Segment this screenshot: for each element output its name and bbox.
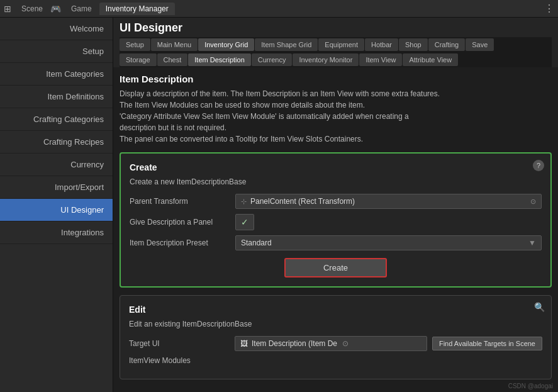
parent-transform-field[interactable]: ⊹ PanelContent (Rect Transform) ⊙ xyxy=(235,194,542,209)
sidebar: Welcome Setup Item Categories Item Defin… xyxy=(0,18,113,392)
search-icon[interactable]: 🔍 xyxy=(534,302,545,312)
content-area: UI Designer Setup Main Menu Inventory Gr… xyxy=(113,18,558,392)
main-layout: Welcome Setup Item Categories Item Defin… xyxy=(0,18,558,392)
sidebar-item-item-definitions[interactable]: Item Definitions xyxy=(0,86,113,108)
sidebar-item-crafting-recipes[interactable]: Crafting Recipes xyxy=(0,131,113,154)
tab-inventory-grid[interactable]: Inventory Grid xyxy=(198,38,254,51)
tab-main-menu[interactable]: Main Menu xyxy=(151,38,198,51)
panel-title-bar: UI Designer Setup Main Menu Inventory Gr… xyxy=(113,18,558,67)
field-arrow-icon[interactable]: ⊙ xyxy=(530,198,536,206)
tab-inventory-monitor[interactable]: Inventory Monitor xyxy=(293,53,359,66)
parent-transform-label: Parent Transform xyxy=(130,197,230,206)
edit-box: 🔍 Edit Edit an existing ItemDescriptionB… xyxy=(120,295,552,379)
game-icon: 🎮 xyxy=(50,4,61,14)
sidebar-item-setup[interactable]: Setup xyxy=(0,40,113,63)
create-box: ? Create Create a new ItemDescriptionBas… xyxy=(120,152,552,288)
create-button[interactable]: Create xyxy=(284,258,387,277)
sidebar-item-crafting-categories[interactable]: Crafting Categories xyxy=(0,108,113,131)
panel-title: UI Designer xyxy=(120,21,552,35)
tab-item-view[interactable]: Item View xyxy=(359,53,402,66)
target-ui-label: Target UI xyxy=(129,339,230,348)
tab-shop[interactable]: Shop xyxy=(399,38,428,51)
parent-transform-value: PanelContent (Rect Transform) xyxy=(250,197,355,206)
section-heading: Item Description xyxy=(120,74,552,84)
transform-icon: ⊹ xyxy=(241,198,247,206)
tab-hotbar[interactable]: Hotbar xyxy=(365,38,398,51)
section-description: Display a description of the item. The I… xyxy=(120,88,552,145)
itemview-modules-label: ItemView Modules xyxy=(129,356,230,365)
preset-label: Item Description Preset xyxy=(130,238,230,247)
tab-inventory-manager[interactable]: Inventory Manager xyxy=(99,3,175,15)
sidebar-item-item-categories[interactable]: Item Categories xyxy=(0,63,113,86)
give-panel-label: Give Description a Panel xyxy=(130,218,230,227)
target-ui-field[interactable]: 🖼 Item Description (Item De ⊙ xyxy=(235,336,427,351)
sidebar-item-currency[interactable]: Currency xyxy=(0,154,113,176)
tab-game[interactable]: Game xyxy=(65,3,98,15)
help-icon[interactable]: ? xyxy=(533,160,544,171)
target-ui-icon: 🖼 xyxy=(240,339,248,348)
more-options-icon[interactable]: ⋮ xyxy=(544,3,554,14)
target-ui-row: Target UI 🖼 Item Description (Item De ⊙ … xyxy=(129,336,542,351)
target-ui-circle-icon[interactable]: ⊙ xyxy=(342,339,349,348)
tab-scene[interactable]: Scene xyxy=(15,3,49,15)
sidebar-item-integrations[interactable]: Integrations xyxy=(0,221,113,244)
tab-equipment[interactable]: Equipment xyxy=(318,38,364,51)
dropdown-arrow-icon: ▼ xyxy=(528,238,536,247)
tab-currency[interactable]: Currency xyxy=(252,53,293,66)
tab-save[interactable]: Save xyxy=(466,38,494,51)
edit-box-title: Edit xyxy=(129,305,542,315)
tab-storage[interactable]: Storage xyxy=(120,53,157,66)
sidebar-item-ui-designer[interactable]: UI Designer xyxy=(0,199,113,221)
tab-setup[interactable]: Setup xyxy=(120,38,150,51)
inner-content: Item Description Display a description o… xyxy=(113,67,558,392)
parent-transform-row: Parent Transform ⊹ PanelContent (Rect Tr… xyxy=(130,194,542,209)
create-btn-row: Create xyxy=(130,258,542,277)
tab-row-1: Setup Main Menu Inventory Grid Item Shap… xyxy=(120,37,552,52)
find-targets-button[interactable]: Find Available Targets in Scene xyxy=(432,337,542,350)
create-box-subtitle: Create a new ItemDescriptionBase xyxy=(130,177,542,186)
edit-box-subtitle: Edit an existing ItemDescriptionBase xyxy=(129,320,542,328)
give-panel-row: Give Description a Panel ✓ xyxy=(130,214,542,230)
top-bar: ⊞ Scene 🎮 Game Inventory Manager ⋮ xyxy=(0,0,558,18)
tab-chest[interactable]: Chest xyxy=(157,53,188,66)
watermark: CSDN @adogai xyxy=(508,383,553,389)
tab-row-2: Storage Chest Item Description Currency … xyxy=(120,52,552,67)
itemview-modules-row: ItemView Modules xyxy=(129,356,542,365)
scene-icon: ⊞ xyxy=(4,4,11,14)
sidebar-item-welcome[interactable]: Welcome xyxy=(0,18,113,40)
tab-crafting[interactable]: Crafting xyxy=(428,38,466,51)
checkbox-check-icon: ✓ xyxy=(241,217,248,227)
target-ui-value: Item Description (Item De xyxy=(252,339,337,348)
tab-item-description[interactable]: Item Description xyxy=(188,53,250,66)
preset-row: Item Description Preset Standard ▼ xyxy=(130,235,542,250)
give-panel-checkbox[interactable]: ✓ xyxy=(235,214,254,230)
sidebar-item-import-export[interactable]: Import/Export xyxy=(0,176,113,199)
tab-attribute-view[interactable]: Attribute View xyxy=(403,53,458,66)
tab-item-shape-grid[interactable]: Item Shape Grid xyxy=(255,38,318,51)
preset-dropdown[interactable]: Standard ▼ xyxy=(235,235,542,250)
preset-value: Standard xyxy=(241,238,272,247)
create-box-title: Create xyxy=(130,162,542,172)
